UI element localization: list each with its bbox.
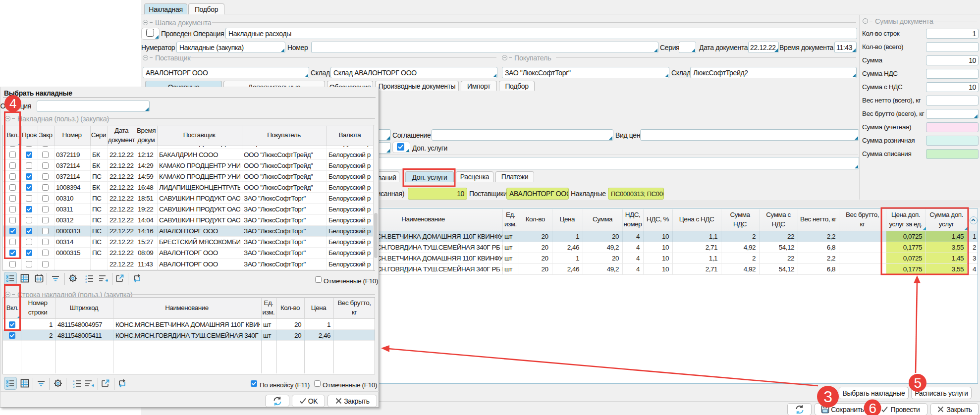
svg-text:4: 4	[9, 96, 16, 111]
svg-text:5: 5	[914, 375, 921, 391]
svg-text:3: 3	[823, 388, 832, 406]
svg-text:6: 6	[869, 401, 876, 415]
